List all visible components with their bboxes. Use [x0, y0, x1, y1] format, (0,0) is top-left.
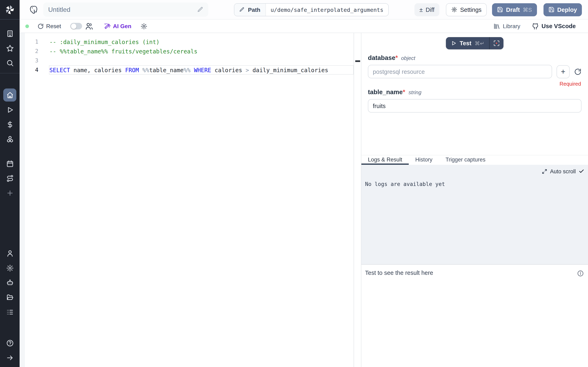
ai-gen-label: AI Gen [113, 23, 131, 29]
result-placeholder-message: Test to see the result here [365, 269, 433, 276]
database-field-type: object [401, 55, 415, 61]
sidebar-item-route[interactable] [0, 171, 20, 185]
save-icon [497, 7, 503, 13]
sidebar-item-settings[interactable] [0, 261, 20, 275]
status-dot [25, 24, 29, 28]
sidebar [0, 0, 20, 367]
editor-scrollbar[interactable] [355, 33, 361, 367]
sidebar-item-search[interactable] [0, 55, 20, 70]
folder-open-icon [6, 293, 14, 301]
diff-icon: ± [419, 7, 423, 13]
magic-wand-icon [104, 23, 111, 30]
sidebar-item-dollar[interactable] [0, 117, 20, 132]
diff-button[interactable]: ± Diff [415, 3, 439, 16]
sidebar-item-building[interactable] [0, 26, 20, 41]
settings-button[interactable]: Settings [446, 3, 487, 16]
code-line-content[interactable]: -- %%table_name%% fruits/vegetables/cere… [49, 47, 354, 56]
expand-icon [542, 169, 547, 174]
sidebar-item-plus[interactable] [0, 185, 20, 200]
sidebar-item-star[interactable] [0, 41, 20, 55]
capture-test-button[interactable] [490, 37, 504, 49]
postgresql-icon [29, 5, 38, 14]
line-number: 3 [25, 56, 38, 65]
gear-icon [451, 7, 457, 13]
database-input[interactable] [368, 65, 552, 78]
collab-toggle[interactable] [70, 23, 82, 29]
library-label: Library [503, 23, 520, 29]
code-editor[interactable]: 1-- :daily_minimum_calories (int)2-- %%t… [20, 33, 361, 367]
refresh-resources-button[interactable] [574, 68, 581, 75]
capture-icon [493, 40, 500, 47]
use-vscode-button[interactable]: Use VScode [532, 22, 576, 30]
library-icon [493, 23, 501, 30]
script-title-input[interactable] [48, 6, 197, 13]
auto-scroll-label: Auto scroll [550, 168, 576, 174]
sidebar-item-help[interactable] [0, 336, 20, 350]
code-line-4[interactable]: 4SELECT name, calories FROM %%table_name… [25, 65, 354, 75]
test-button-group: Test ⌘↵ [446, 37, 503, 49]
check-icon [579, 168, 584, 174]
deploy-button-label: Deploy [557, 6, 577, 13]
table-name-field-type: string [408, 89, 422, 95]
line-number: 4 [25, 65, 38, 75]
code-line-content[interactable]: SELECT name, calories FROM %%table_name%… [49, 65, 354, 75]
reset-button[interactable]: Reset [38, 23, 61, 29]
deploy-button[interactable]: Deploy [543, 3, 582, 16]
code-line-3[interactable]: 3 [25, 56, 354, 65]
sidebar-item-bot[interactable] [0, 275, 20, 290]
tab-trigger-captures[interactable]: Trigger captures [439, 155, 492, 165]
edit-path-button[interactable]: Path [234, 3, 266, 16]
draft-shortcut: ⌘S [523, 6, 532, 13]
editor-left-margin [20, 33, 25, 367]
tab-logs-result[interactable]: Logs & Result [361, 155, 409, 165]
windmill-logo[interactable] [0, 0, 20, 20]
code-area[interactable]: 1-- :daily_minimum_calories (int)2-- %%t… [25, 33, 354, 367]
path-value[interactable]: u/demo/safe_interpolated_arguments [266, 3, 388, 16]
test-button[interactable]: Test ⌘↵ [446, 37, 489, 49]
logs-empty-message: No logs are available yet [365, 181, 584, 187]
auto-scroll-control[interactable]: Auto scroll [365, 167, 584, 176]
script-title-field[interactable] [43, 2, 208, 17]
database-required-error: Required [368, 81, 581, 87]
library-button[interactable]: Library [493, 23, 520, 30]
sidebar-divider [0, 73, 20, 73]
table-name-input[interactable] [368, 99, 581, 113]
add-resource-button[interactable]: + [557, 65, 570, 78]
draft-button[interactable]: Draft ⌘S [492, 3, 537, 16]
settings-icon [6, 264, 14, 272]
building-icon [6, 30, 14, 37]
sidebar-item-arrow-right[interactable] [0, 350, 20, 365]
sidebar-item-home[interactable] [0, 88, 20, 102]
sidebar-item-list[interactable] [0, 305, 20, 319]
settings-button-label: Settings [460, 6, 482, 13]
sidebar-item-boxes[interactable] [0, 132, 20, 146]
users-icon[interactable] [85, 22, 93, 30]
sidebar-item-calendar[interactable] [0, 156, 20, 171]
github-icon [532, 22, 539, 30]
tab-history[interactable]: History [409, 155, 439, 165]
sidebar-item-folder-open[interactable] [0, 290, 20, 305]
windmill-script-editor: Path u/demo/safe_interpolated_arguments … [0, 0, 588, 367]
use-vscode-label: Use VScode [541, 23, 576, 29]
edit-title-pencil-icon [197, 7, 203, 13]
calendar-icon [6, 160, 14, 167]
code-line-2[interactable]: 2-- %%table_name%% fruits/vegetables/cer… [25, 47, 354, 56]
required-asterisk: * [395, 54, 398, 61]
dollar-icon [6, 120, 14, 128]
boxes-icon [6, 135, 14, 143]
home-icon [3, 89, 16, 101]
sidebar-item-user[interactable] [0, 246, 20, 261]
sidebar-item-play[interactable] [0, 102, 20, 117]
code-line-1[interactable]: 1-- :daily_minimum_calories (int) [25, 37, 354, 47]
info-icon[interactable] [577, 270, 584, 277]
database-field-name: database* [368, 54, 398, 62]
toggle-knob [71, 24, 76, 29]
diff-button-label: Diff [426, 6, 434, 13]
arrow-right-icon [6, 354, 14, 361]
ai-gen-button[interactable]: AI Gen [104, 23, 131, 30]
editor-settings-gear-icon[interactable] [140, 23, 147, 30]
play-icon [450, 40, 456, 46]
test-shortcut: ⌘↵ [475, 40, 484, 46]
code-line-content[interactable] [49, 56, 354, 65]
code-line-content[interactable]: -- :daily_minimum_calories (int) [49, 37, 354, 47]
